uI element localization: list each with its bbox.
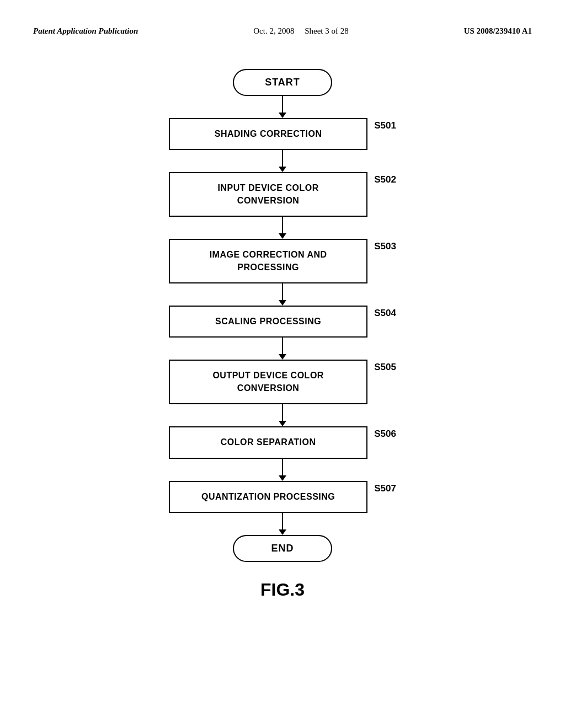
arrow-line — [282, 283, 284, 300]
arrow-line — [282, 150, 284, 167]
step-s501-box: SHADING CORRECTION — [169, 118, 367, 150]
step-s506-box: COLOR SEPARATION — [169, 426, 367, 458]
arrow-head — [279, 529, 286, 535]
step-s505-box: OUTPUT DEVICE COLORCONVERSION — [169, 360, 367, 404]
arrow-2 — [279, 150, 286, 172]
arrow-1 — [279, 96, 286, 118]
step-s505-label: S505 — [374, 362, 396, 373]
arrow-line — [282, 96, 284, 113]
figure-label: FIG.3 — [260, 580, 305, 600]
header-patent-number: US 2008/239410 A1 — [464, 26, 532, 36]
step-s504-wrapper: SCALING PROCESSING S504 — [169, 306, 396, 338]
step-s506-text: COLOR SEPARATION — [221, 437, 316, 447]
step-s502-text: INPUT DEVICE COLORCONVERSION — [218, 183, 319, 205]
step-s507-wrapper: QUANTIZATION PROCESSING S507 — [169, 481, 396, 513]
arrow-head — [279, 167, 286, 172]
arrow-3 — [279, 217, 286, 239]
step-s503-label: S503 — [374, 241, 396, 252]
arrow-7 — [279, 459, 286, 481]
arrow-head — [279, 421, 286, 426]
arrow-head — [279, 475, 286, 481]
step-s501-text: SHADING CORRECTION — [215, 129, 322, 138]
header-date-sheet: Oct. 2, 2008 Sheet 3 of 28 — [253, 26, 349, 36]
arrow-line — [282, 217, 284, 233]
start-node: START — [233, 69, 332, 96]
arrow-8 — [279, 513, 286, 535]
step-s505-wrapper: OUTPUT DEVICE COLORCONVERSION S505 — [169, 360, 396, 404]
arrow-head — [279, 354, 286, 360]
step-s507-text: QUANTIZATION PROCESSING — [201, 492, 335, 501]
step-s501-wrapper: SHADING CORRECTION S501 — [169, 118, 396, 150]
header-sheet: Sheet 3 of 28 — [305, 26, 349, 35]
step-s507-label: S507 — [374, 483, 396, 494]
arrow-line — [282, 513, 284, 529]
flowchart: START SHADING CORRECTION S501 INPUT DEVI… — [117, 69, 448, 562]
step-s504-box: SCALING PROCESSING — [169, 306, 367, 338]
header-publication-type: Patent Application Publication — [33, 26, 138, 36]
step-s503-box: IMAGE CORRECTION ANDPROCESSING — [169, 239, 367, 283]
step-s503-wrapper: IMAGE CORRECTION ANDPROCESSING S503 — [169, 239, 396, 283]
arrow-5 — [279, 338, 286, 360]
arrow-head — [279, 113, 286, 118]
arrow-4 — [279, 283, 286, 306]
arrow-6 — [279, 404, 286, 426]
step-s506-wrapper: COLOR SEPARATION S506 — [169, 426, 396, 458]
arrow-head — [279, 300, 286, 306]
step-s504-label: S504 — [374, 308, 396, 319]
arrow-line — [282, 404, 284, 421]
arrow-line — [282, 459, 284, 475]
step-s505-text: OUTPUT DEVICE COLORCONVERSION — [212, 371, 324, 392]
step-s504-text: SCALING PROCESSING — [215, 317, 321, 326]
step-s501-label: S501 — [374, 120, 396, 131]
step-s502-wrapper: INPUT DEVICE COLORCONVERSION S502 — [169, 172, 396, 217]
page-header: Patent Application Publication Oct. 2, 2… — [0, 0, 565, 36]
step-s506-label: S506 — [374, 429, 396, 440]
diagram-area: START SHADING CORRECTION S501 INPUT DEVI… — [0, 36, 565, 600]
arrow-line — [282, 338, 284, 354]
step-s503-text: IMAGE CORRECTION ANDPROCESSING — [210, 250, 327, 271]
step-s507-box: QUANTIZATION PROCESSING — [169, 481, 367, 513]
step-s502-box: INPUT DEVICE COLORCONVERSION — [169, 172, 367, 217]
arrow-head — [279, 233, 286, 239]
step-s502-label: S502 — [374, 174, 396, 185]
end-node: END — [233, 535, 332, 562]
header-date: Oct. 2, 2008 — [253, 26, 294, 35]
